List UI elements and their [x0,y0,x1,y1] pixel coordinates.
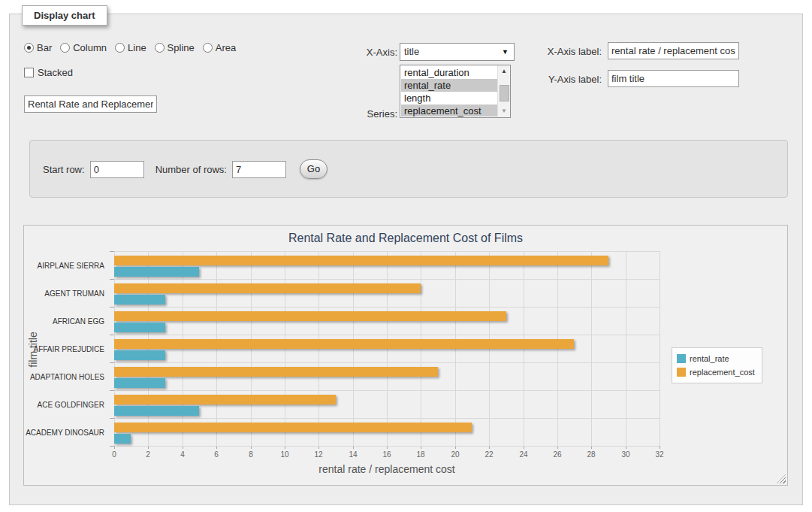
y-tick-mark [110,446,114,447]
y-gridline [114,251,660,252]
radio-icon[interactable] [115,43,125,53]
category-label: AFFAIR PREJUDICE [24,345,104,353]
radio-icon[interactable] [60,43,70,53]
x-tick-label: 14 [338,450,368,459]
page: Display chart BarColumnLineSplineArea St… [0,0,812,512]
radio-icon[interactable] [203,43,213,53]
chart-type-option[interactable]: Bar [24,42,52,53]
chart-type-option[interactable]: Column [60,42,107,53]
resize-handle-icon[interactable] [777,474,786,483]
start-row-label: Start row: [43,164,85,175]
chart-bar-replacement_cost [114,283,421,293]
y-axis-label-input[interactable] [608,70,739,87]
y-gridline [114,418,660,419]
chart-type-label: Area [216,42,236,53]
x-tick-label: 18 [406,450,436,459]
x-tick-label: 16 [372,450,402,459]
chart-type-option[interactable]: Line [115,42,146,53]
chart-title: Rental Rate and Replacement Cost of Film… [24,232,787,245]
category-label: ACE GOLDFINGER [24,401,104,409]
series-option[interactable]: replacement_cost [401,105,497,117]
y-gridline [114,279,660,280]
x-gridline [660,251,660,446]
row-range-panel: Start row: Number of rows: Go [29,140,788,198]
series-listbox[interactable]: rental_durationrental_ratelengthreplacem… [400,65,511,118]
series-list-scrollbar[interactable]: ▲ ▼ [497,65,510,117]
dropdown-arrow-icon: ▼ [502,44,509,61]
chart-bar-rental_rate [114,350,165,360]
x-axis-label-caption: X-Axis label: [527,46,602,57]
radio-icon[interactable] [24,43,34,53]
chart-title-input[interactable] [24,95,157,113]
legend-swatch-icon [677,354,686,363]
go-button[interactable]: Go [300,159,328,179]
legend-item[interactable]: rental_rate [677,352,755,365]
chart-bar-rental_rate [114,267,199,277]
y-tick-mark [110,390,114,391]
category-axis-labels: AIRPLANE SIERRAAGENT TRUMANAFRICAN EGGAF… [24,251,109,446]
x-tick-label: 4 [168,450,198,459]
x-tick-label: 22 [474,450,504,459]
x-axis-label-input[interactable] [608,42,739,59]
category-label: AGENT TRUMAN [24,289,104,298]
scrollbar-thumb[interactable] [500,85,509,101]
chart-type-option[interactable]: Spline [155,42,195,53]
chart-type-label: Bar [37,42,52,53]
display-chart-panel: Display chart BarColumnLineSplineArea St… [9,14,803,505]
x-tick-label: 24 [509,450,539,459]
chart-legend: rental_ratereplacement_cost [672,347,762,383]
category-label: AIRPLANE SIERRA [24,262,104,270]
stacked-option[interactable]: Stacked [24,67,73,78]
x-tick-label: 32 [644,450,675,459]
panel-title: Display chart [22,5,107,26]
x-axis-select-label: X-Axis: [325,47,397,58]
legend-swatch-icon [677,368,686,377]
x-gridline [626,251,626,446]
y-tick-mark [110,418,114,419]
x-tick-label: 26 [542,450,572,459]
x-tick-mark [660,446,660,449]
y-tick-mark [110,362,114,363]
chart-bar-replacement_cost [114,367,438,377]
x-tick-label: 0 [99,450,129,459]
chart-bar-rental_rate [114,295,165,304]
chart-type-group: BarColumnLineSplineArea [24,42,236,53]
series-listbox-label: Series: [325,108,397,120]
stacked-checkbox[interactable] [24,68,34,77]
x-tick-label: 2 [133,450,163,459]
category-label: ACADEMY DINOSAUR [24,429,104,437]
chart-bar-replacement_cost [114,311,506,321]
x-tick-label: 20 [440,450,470,459]
y-tick-mark [110,251,114,252]
legend-label: replacement_cost [690,368,755,377]
x-tick-label: 10 [270,450,300,459]
y-gridline [114,335,660,335]
chart-type-label: Spline [168,42,195,53]
series-option[interactable]: length [401,92,497,105]
plot-area [114,251,660,446]
x-tick-label: 6 [201,450,231,459]
legend-label: rental_rate [690,354,729,363]
x-gridline [591,251,592,446]
x-axis-selected-value: title [404,46,419,57]
legend-item[interactable]: replacement_cost [677,365,755,379]
category-label: ADAPTATION HOLES [24,373,104,381]
chart-bar-replacement_cost [114,395,336,404]
radio-icon[interactable] [155,43,165,53]
x-axis-select[interactable]: title ▼ [400,43,515,61]
series-option[interactable]: rental_duration [401,66,497,79]
x-tick-label: 12 [303,450,334,459]
chart-bar-replacement_cost [114,423,472,432]
x-tick-labels: 02468101214161820222426283032 [114,450,660,459]
chart-bar-rental_rate [114,323,165,332]
chart-bar-rental_rate [114,406,199,416]
chart-type-label: Line [128,42,146,53]
num-rows-input[interactable] [232,161,286,178]
chart-type-option[interactable]: Area [203,42,236,53]
chart-bar-rental_rate [114,434,131,444]
series-option[interactable]: rental_rate [401,79,497,92]
start-row-input[interactable] [90,161,144,178]
scroll-down-icon[interactable]: ▼ [498,106,510,117]
scroll-up-icon[interactable]: ▲ [498,66,510,77]
x-axis-title: rental rate / replacement cost [114,463,660,475]
